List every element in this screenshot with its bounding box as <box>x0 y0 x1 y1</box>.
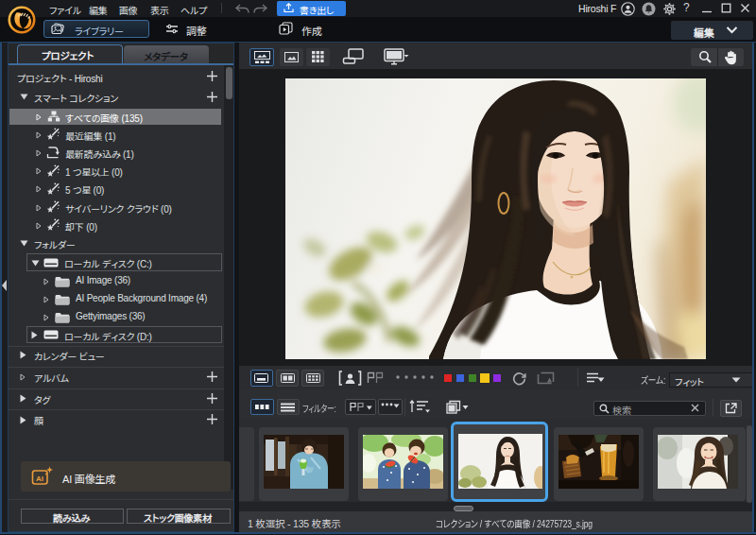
svg-text:AI: AI <box>36 475 43 483</box>
